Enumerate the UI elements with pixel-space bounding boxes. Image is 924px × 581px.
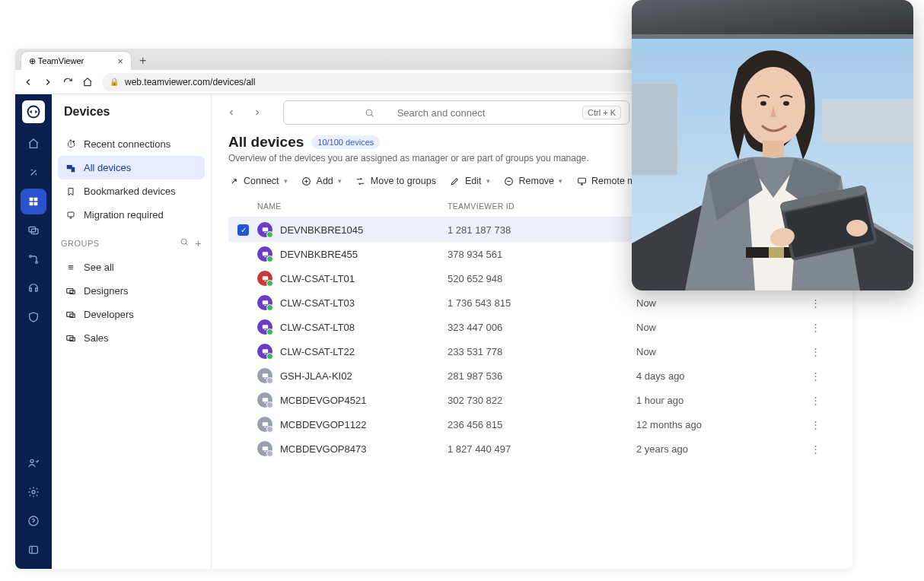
migration-icon — [65, 211, 76, 220]
group-see-all[interactable]: ≡ See all — [58, 256, 205, 279]
table-row[interactable]: CLW-CSAT-LT031 736 543 815Now⋮ — [228, 290, 836, 315]
device-id: 323 447 006 — [448, 322, 636, 333]
lock-icon: 🔒 — [110, 78, 119, 86]
group-developers[interactable]: Developers — [58, 303, 205, 326]
table-row[interactable]: CLW-CSAT-LT22233 531 778Now⋮ — [228, 339, 836, 364]
device-last-seen: 12 months ago — [636, 419, 804, 430]
device-name: MCBDEVGOP1122 — [280, 419, 366, 430]
rail-security[interactable] — [21, 304, 46, 330]
remove-icon — [504, 176, 515, 186]
row-actions-button[interactable]: ⋮ — [804, 419, 827, 430]
panel-item-migration[interactable]: Migration required — [58, 203, 205, 227]
svg-point-23 — [366, 110, 372, 116]
home-button[interactable] — [82, 77, 93, 87]
rail-admin[interactable] — [21, 450, 46, 476]
device-id: 302 730 822 — [448, 395, 636, 406]
device-id: 1 736 543 815 — [448, 297, 636, 309]
svg-point-7 — [30, 256, 32, 258]
row-actions-button[interactable]: ⋮ — [804, 346, 827, 357]
nav-next-button[interactable] — [248, 103, 266, 122]
svg-rect-12 — [30, 546, 38, 553]
svg-rect-1 — [30, 198, 33, 202]
svg-rect-46 — [264, 451, 266, 452]
device-status-icon — [257, 368, 272, 383]
panel-item-bookmarked[interactable]: Bookmarked devices — [58, 179, 205, 203]
forward-button[interactable] — [43, 77, 53, 87]
device-id: 1 281 187 738 — [448, 224, 636, 236]
row-actions-button[interactable]: ⋮ — [804, 322, 827, 333]
search-bar[interactable]: Ctrl + K — [283, 100, 629, 125]
svg-rect-33 — [262, 300, 267, 304]
col-header-id[interactable]: TEAMVIEWER ID — [448, 202, 636, 211]
group-designers[interactable]: Designers — [58, 279, 205, 303]
row-actions-button[interactable]: ⋮ — [804, 370, 827, 382]
device-last-seen: Now — [636, 346, 804, 357]
new-tab-button[interactable]: + — [134, 52, 152, 70]
device-name: MCBDEVGOP8473 — [280, 443, 366, 455]
plus-circle-icon — [301, 176, 312, 186]
svg-rect-34 — [264, 305, 266, 306]
svg-rect-41 — [262, 398, 267, 402]
app-logo[interactable] — [22, 100, 45, 123]
device-last-seen: Now — [636, 297, 804, 309]
device-last-seen: Now — [636, 322, 804, 333]
device-last-seen: 2 years ago — [636, 443, 804, 455]
remove-button[interactable]: Remove▾ — [504, 176, 563, 186]
table-row[interactable]: MCBDEVGOP1122236 456 81512 months ago⋮ — [228, 412, 836, 437]
page-title: All devices — [228, 134, 304, 151]
side-panel: Devices ⏱ Recent connections All devices — [52, 94, 212, 569]
device-id: 281 987 536 — [448, 370, 636, 382]
rail-chat[interactable] — [21, 217, 46, 243]
groups-header: GROUPS + — [52, 230, 211, 252]
rail-connect[interactable] — [21, 160, 46, 186]
rail-settings[interactable] — [21, 479, 46, 505]
svg-point-8 — [36, 262, 38, 264]
connect-icon — [228, 176, 239, 186]
device-status-icon — [257, 417, 272, 432]
row-actions-button[interactable]: ⋮ — [804, 297, 827, 309]
svg-rect-2 — [34, 198, 38, 202]
row-actions-button[interactable]: ⋮ — [804, 443, 827, 455]
edit-button[interactable]: Edit▾ — [450, 176, 490, 186]
close-tab-icon[interactable]: × — [117, 56, 123, 67]
table-row[interactable]: MCBDEVGOP84731 827 440 4972 years ago⋮ — [228, 437, 836, 461]
back-button[interactable] — [23, 77, 33, 87]
device-last-seen: 4 days ago — [636, 370, 804, 382]
table-row[interactable]: GSH-JLAA-KI02281 987 5364 days ago⋮ — [228, 364, 836, 388]
add-group-icon[interactable]: + — [195, 237, 202, 249]
rail-help[interactable] — [21, 508, 46, 534]
move-button[interactable]: Move to groups — [355, 176, 436, 186]
search-input[interactable] — [381, 107, 502, 119]
table-row[interactable]: CLW-CSAT-LT08323 447 006Now⋮ — [228, 315, 836, 339]
device-status-icon — [257, 271, 272, 286]
rail-devices[interactable] — [21, 189, 46, 214]
group-label: Developers — [84, 309, 134, 320]
rail-collapse[interactable] — [21, 537, 46, 563]
tab-title: ⊕ TeamViewer — [29, 56, 84, 66]
rail-workflow[interactable] — [21, 246, 46, 272]
search-groups-icon[interactable] — [180, 237, 189, 249]
svg-rect-4 — [34, 202, 38, 206]
row-actions-button[interactable]: ⋮ — [804, 395, 827, 406]
add-button[interactable]: Add▾ — [301, 176, 342, 186]
svg-rect-27 — [262, 227, 267, 231]
svg-rect-29 — [262, 252, 267, 256]
panel-item-label: All devices — [84, 162, 131, 173]
device-id: 233 531 778 — [448, 346, 636, 357]
row-checkbox[interactable]: ✓ — [237, 224, 249, 236]
rail-support[interactable] — [21, 275, 46, 301]
group-label: Designers — [84, 285, 129, 297]
nav-prev-button[interactable] — [222, 103, 241, 122]
panel-item-all-devices[interactable]: All devices — [58, 156, 205, 179]
panel-item-recent[interactable]: ⏱ Recent connections — [58, 132, 205, 156]
group-label: See all — [84, 262, 114, 273]
reload-button[interactable] — [62, 77, 73, 87]
rail-home[interactable] — [21, 131, 46, 157]
svg-rect-37 — [262, 349, 267, 353]
panel-title: Devices — [52, 94, 211, 129]
table-row[interactable]: MCBDEVGOP4521302 730 8221 hour ago⋮ — [228, 388, 836, 412]
group-sales[interactable]: Sales — [58, 326, 205, 350]
connect-button[interactable]: Connect▾ — [228, 176, 288, 186]
col-header-name[interactable]: NAME — [257, 202, 448, 211]
browser-tab[interactable]: ⊕ TeamViewer × — [21, 52, 131, 70]
